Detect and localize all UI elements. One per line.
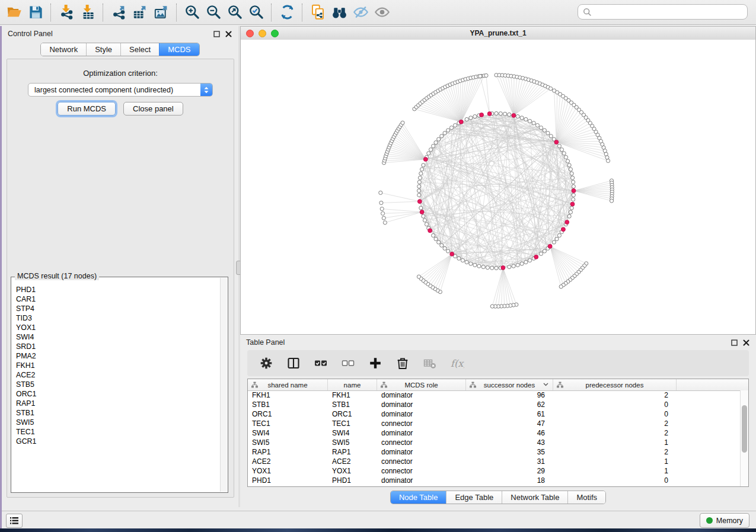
table-scrollbar-thumb[interactable] <box>742 405 747 453</box>
export-image-button[interactable] <box>151 2 172 23</box>
float-panel-icon[interactable] <box>212 30 221 38</box>
memory-button[interactable]: Memory <box>700 513 749 528</box>
table-row[interactable]: RAP1RAP1dominator352 <box>248 447 741 457</box>
open-file-button[interactable] <box>4 2 25 23</box>
deselect-all-rows-button[interactable] <box>339 354 357 372</box>
cell[interactable]: dominator <box>377 410 466 418</box>
cell[interactable]: TEC1 <box>328 419 377 428</box>
cell[interactable]: STB1 <box>328 400 377 409</box>
table-scrollbar[interactable] <box>740 390 748 486</box>
hide-selected-eye-button[interactable] <box>350 2 371 23</box>
cell[interactable]: connector <box>377 467 466 475</box>
cell[interactable]: connector <box>377 419 466 428</box>
table-row[interactable]: ORC1ORC1dominator610 <box>248 409 741 419</box>
cell[interactable]: YOX1 <box>328 467 377 475</box>
cell[interactable]: 43 <box>466 438 553 447</box>
cell[interactable]: 35 <box>466 448 553 456</box>
table-tab-node-table[interactable]: Node Table <box>391 491 446 504</box>
cell[interactable]: SWI5 <box>248 438 328 447</box>
mcds-result-item[interactable]: PHD1 <box>12 285 220 294</box>
column-header-successor-nodes[interactable]: successor nodes <box>466 379 553 390</box>
import-network-button[interactable] <box>56 2 77 23</box>
table-row[interactable]: FKH1FKH1dominator962 <box>248 390 741 400</box>
mcds-result-item[interactable]: PMA2 <box>12 351 220 361</box>
table-tab-network-table[interactable]: Network Table <box>502 491 567 504</box>
cell[interactable]: STB1 <box>248 400 328 409</box>
search-input[interactable] <box>592 5 747 18</box>
column-header-predecessor-nodes[interactable]: predecessor nodes <box>553 379 677 390</box>
cell[interactable]: RAP1 <box>248 448 328 456</box>
cell[interactable]: dominator <box>377 429 466 437</box>
run-mcds-button[interactable]: Run MCDS <box>58 102 116 116</box>
table-row[interactable]: SWI5SWI5connector431 <box>248 438 741 447</box>
cell[interactable]: YOX1 <box>248 467 328 475</box>
cell[interactable]: ORC1 <box>248 410 328 418</box>
mcds-result-item[interactable]: ACE2 <box>12 370 220 380</box>
mcds-result-item[interactable]: SRD1 <box>12 342 220 351</box>
cell[interactable]: RAP1 <box>328 448 377 456</box>
cell[interactable]: SWI4 <box>328 429 377 437</box>
mcds-result-item[interactable]: RAP1 <box>12 399 220 408</box>
show-all-eye-button[interactable] <box>371 2 393 23</box>
optimization-criterion-dropdown[interactable]: largest connected component (undirected) <box>28 83 213 97</box>
cell[interactable]: TEC1 <box>248 419 328 428</box>
dropdown-stepper-icon[interactable] <box>200 84 212 96</box>
table-row[interactable]: SWI4SWI4dominator462 <box>248 428 741 438</box>
close-table-panel-icon[interactable] <box>742 338 750 347</box>
cell[interactable]: 62 <box>466 400 553 409</box>
column-header-MCDS-role[interactable]: MCDS role <box>377 379 466 390</box>
column-header-name[interactable]: name <box>328 379 377 390</box>
table-row[interactable]: YOX1YOX1connector291 <box>248 466 741 476</box>
cell[interactable]: PHD1 <box>248 476 328 485</box>
tab-style[interactable]: Style <box>86 43 120 56</box>
cell[interactable]: ORC1 <box>328 410 377 418</box>
zoom-selected-button[interactable] <box>245 2 267 23</box>
column-header-shared-name[interactable]: shared name <box>248 379 328 390</box>
table-options-gear-button[interactable] <box>257 354 275 372</box>
cell[interactable]: dominator <box>377 391 466 399</box>
mcds-result-item[interactable]: GCR1 <box>12 437 220 446</box>
mcds-result-item[interactable]: STP4 <box>12 304 220 313</box>
cell[interactable]: 0 <box>553 410 677 418</box>
table-row[interactable]: STB1STB1dominator620 <box>248 400 741 409</box>
tab-select[interactable]: Select <box>120 43 159 56</box>
cell[interactable]: FKH1 <box>248 391 328 399</box>
mcds-result-item[interactable]: YOX1 <box>12 323 220 332</box>
save-session-button[interactable] <box>25 2 46 23</box>
delete-entry-button[interactable] <box>394 354 412 372</box>
close-panel-icon[interactable] <box>224 30 232 38</box>
close-panel-button[interactable]: Close panel <box>123 102 183 116</box>
cell[interactable]: connector <box>377 457 466 466</box>
cell[interactable]: FKH1 <box>328 391 377 399</box>
cell[interactable]: 0 <box>553 400 677 409</box>
cell[interactable]: 1 <box>553 438 677 447</box>
mcds-list-scrollbar[interactable] <box>220 278 227 492</box>
show-columns-button[interactable] <box>285 354 302 372</box>
add-entry-button[interactable] <box>366 354 384 372</box>
table-row[interactable]: ACE2ACE2connector311 <box>248 457 741 466</box>
cell[interactable]: 96 <box>466 391 553 399</box>
network-canvas[interactable] <box>241 40 755 334</box>
cell[interactable]: 46 <box>466 429 553 437</box>
cell[interactable]: 29 <box>466 467 553 475</box>
mcds-result-item[interactable]: STB5 <box>12 380 220 389</box>
cell[interactable]: SWI5 <box>328 438 377 447</box>
cell[interactable]: dominator <box>377 448 466 456</box>
mcds-result-item[interactable]: TID3 <box>12 313 220 323</box>
find-binoculars-button[interactable] <box>328 2 350 23</box>
cell[interactable]: 18 <box>466 476 553 485</box>
zoom-out-button[interactable] <box>203 2 224 23</box>
mcds-result-item[interactable]: SWI5 <box>12 418 220 427</box>
mcds-result-item[interactable]: FKH1 <box>12 361 220 370</box>
tab-network[interactable]: Network <box>41 43 86 56</box>
cell[interactable]: 2 <box>553 448 677 456</box>
mcds-result-item[interactable]: ORC1 <box>12 389 220 399</box>
cell[interactable]: 31 <box>466 457 553 466</box>
cell[interactable]: ACE2 <box>328 457 377 466</box>
mcds-result-item[interactable]: SWI4 <box>12 332 220 342</box>
zoom-fit-button[interactable] <box>224 2 245 23</box>
cell[interactable]: 2 <box>553 391 677 399</box>
network-graph[interactable] <box>241 40 755 334</box>
refresh-view-button[interactable] <box>276 2 298 23</box>
cell[interactable]: 1 <box>553 467 677 475</box>
